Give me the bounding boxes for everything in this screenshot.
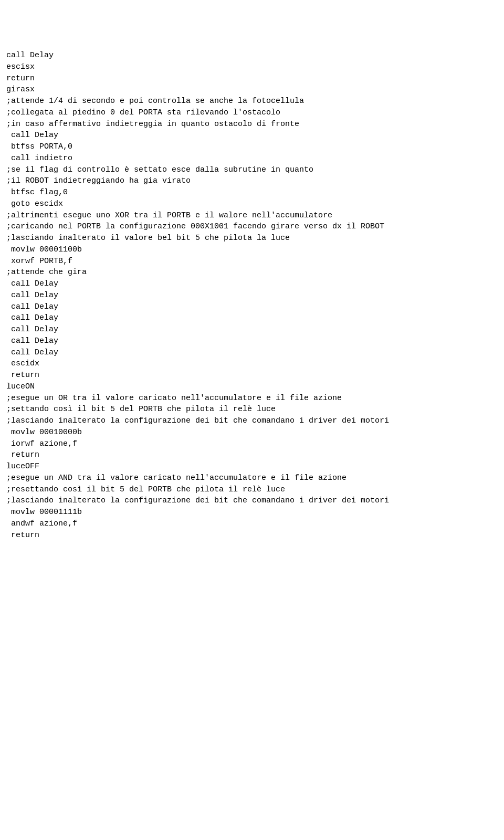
code-line: movlw 00010000b <box>6 427 498 438</box>
code-line: call Delay <box>6 335 498 347</box>
code-line: ;attende 1/4 di secondo e poi controlla … <box>6 96 498 107</box>
code-line: girasx <box>6 84 498 96</box>
code-line: return <box>6 73 498 85</box>
code-line: call Delay <box>6 290 498 301</box>
code-line: ;caricando nel PORTB la configurazione 0… <box>6 221 498 233</box>
code-line: ;il ROBOT indietreggiando ha gia virato <box>6 175 498 187</box>
code-line: iorwf azione,f <box>6 438 498 450</box>
code-line: luceOFF <box>6 461 498 472</box>
code-line: call Delay <box>6 278 498 290</box>
code-line: ;collegata al piedino 0 del PORTA sta ri… <box>6 107 498 119</box>
code-line: return <box>6 449 498 461</box>
code-line: escidx <box>6 358 498 370</box>
code-line: ;esegue un AND tra il valore caricato ne… <box>6 472 498 484</box>
code-line: escisx <box>6 61 498 73</box>
code-line: call Delay <box>6 130 498 141</box>
code-line: call Delay <box>6 324 498 335</box>
code-line: ;se il flag di controllo è settato esce … <box>6 164 498 176</box>
code-line: ;esegue un OR tra il valore caricato nel… <box>6 393 498 404</box>
code-line: call Delay <box>6 312 498 324</box>
code-line: ;in caso affermativo indietreggia in qua… <box>6 119 498 130</box>
code-content: call Delayescisxreturngirasx;attende 1/4… <box>6 50 498 541</box>
code-line: ;attende che gira <box>6 267 498 278</box>
code-line: luceON <box>6 381 498 393</box>
code-line: ;settando così il bit 5 del PORTB che pi… <box>6 404 498 415</box>
code-line: ;lasciando inalterato il valore bel bit … <box>6 233 498 244</box>
code-line: movlw 00001111b <box>6 507 498 518</box>
code-line: movlw 00001100b <box>6 244 498 256</box>
code-line: ;altrimenti esegue uno XOR tra il PORTB … <box>6 210 498 222</box>
code-line: andwf azione,f <box>6 518 498 530</box>
code-line: return <box>6 370 498 381</box>
code-line: call Delay <box>6 50 498 61</box>
code-line: xorwf PORTB,f <box>6 256 498 267</box>
code-line: ;lasciando inalterato la configurazione … <box>6 495 498 507</box>
code-line: call indietro <box>6 153 498 164</box>
code-line: goto escidx <box>6 198 498 210</box>
code-line: ;resettando così il bit 5 del PORTB che … <box>6 484 498 496</box>
code-line: call Delay <box>6 347 498 359</box>
code-line: btfsc flag,0 <box>6 187 498 198</box>
code-line: return <box>6 530 498 541</box>
code-line: btfss PORTA,0 <box>6 141 498 153</box>
code-line: ;lasciando inalterato la configurazione … <box>6 415 498 427</box>
code-line: call Delay <box>6 301 498 313</box>
